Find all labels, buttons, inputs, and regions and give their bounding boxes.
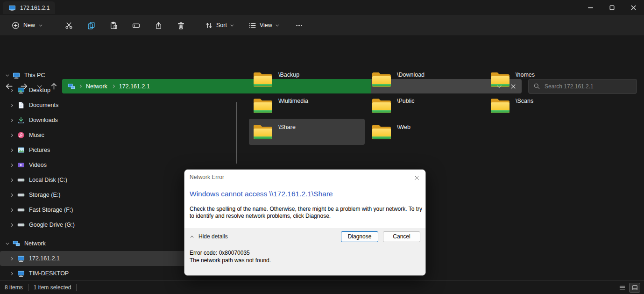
maximize-button[interactable] bbox=[601, 0, 623, 15]
chevron-right-icon bbox=[9, 193, 13, 196]
cut-button[interactable] bbox=[59, 18, 78, 33]
chevron-right-icon bbox=[9, 103, 13, 107]
large-icons-view-button[interactable] bbox=[629, 283, 640, 293]
paste-button[interactable] bbox=[104, 18, 123, 33]
maximize-icon bbox=[608, 4, 616, 12]
breadcrumb-network[interactable]: Network bbox=[85, 82, 108, 91]
expand-toggle[interactable] bbox=[8, 149, 14, 151]
address-bar-controls bbox=[491, 79, 521, 93]
chevron-right-icon bbox=[9, 88, 13, 92]
hide-details-toggle[interactable]: Hide details bbox=[190, 232, 230, 241]
chevron-right-icon bbox=[9, 223, 13, 226]
chevron-right-icon bbox=[9, 272, 13, 275]
status-divider bbox=[28, 284, 28, 291]
expand-toggle[interactable] bbox=[8, 134, 14, 136]
command-bar: New Sort View bbox=[0, 15, 644, 36]
error-message-text: The network path was not found. bbox=[190, 257, 420, 265]
dialog-title: Network Error bbox=[190, 174, 224, 180]
dialog-buttons: Diagnose Cancel bbox=[341, 231, 420, 242]
address-bar[interactable]: Network 172.161.2.1 bbox=[62, 79, 522, 93]
expand-toggle[interactable] bbox=[8, 179, 14, 181]
folder-tile-share[interactable]: \Share bbox=[249, 119, 365, 145]
expand-toggle[interactable] bbox=[8, 89, 14, 92]
share-button[interactable] bbox=[149, 18, 168, 33]
network-location-icon bbox=[68, 83, 75, 90]
drive-icon bbox=[17, 206, 25, 214]
cancel-button[interactable]: Cancel bbox=[383, 231, 420, 242]
breadcrumb: Network 172.161.2.1 bbox=[62, 79, 522, 93]
dialog-footer: Hide details Diagnose Cancel bbox=[184, 228, 425, 245]
hide-details-label: Hide details bbox=[198, 233, 228, 240]
dialog-close-button[interactable] bbox=[412, 173, 421, 182]
expand-toggle[interactable] bbox=[8, 258, 14, 260]
sidebar-scrollbar[interactable] bbox=[236, 102, 237, 164]
chevron-right-icon bbox=[9, 148, 13, 151]
sidebar-item-documents[interactable]: Documents bbox=[0, 98, 237, 113]
folder-tile-multimedia[interactable]: \Multimedia bbox=[249, 93, 365, 119]
expand-toggle[interactable] bbox=[8, 119, 14, 122]
folder-icon bbox=[371, 97, 392, 115]
explorer-tab[interactable]: 172.161.2.1 bbox=[3, 1, 55, 14]
music-icon bbox=[17, 131, 25, 139]
chevron-down-icon bbox=[496, 83, 501, 88]
cut-icon bbox=[65, 22, 73, 29]
close-button[interactable] bbox=[623, 0, 644, 15]
folder-icon bbox=[253, 123, 273, 141]
expand-toggle[interactable] bbox=[8, 272, 14, 275]
folder-icon bbox=[371, 123, 392, 141]
chevron-down-icon bbox=[39, 23, 42, 26]
chevron-right-icon bbox=[9, 163, 13, 166]
expand-toggle[interactable] bbox=[3, 243, 10, 245]
sort-label: Sort bbox=[216, 22, 227, 29]
expand-toggle[interactable] bbox=[3, 74, 10, 77]
diagnose-button[interactable]: Diagnose bbox=[341, 231, 378, 242]
network-icon bbox=[13, 240, 20, 247]
close-icon bbox=[414, 175, 420, 181]
details-view-button[interactable] bbox=[616, 283, 628, 293]
expand-toggle[interactable] bbox=[8, 164, 14, 166]
copy-button[interactable] bbox=[82, 18, 100, 33]
new-button[interactable]: New bbox=[7, 18, 46, 33]
sidebar-item-downloads[interactable]: Downloads bbox=[0, 113, 237, 128]
error-code-text: Error code: 0x80070035 bbox=[190, 250, 420, 257]
view-label: View bbox=[260, 22, 272, 29]
chevron-right-icon bbox=[9, 118, 13, 122]
new-label: New bbox=[23, 22, 35, 29]
breadcrumb-host[interactable]: 172.161.2.1 bbox=[118, 82, 151, 91]
chevron-down-icon bbox=[230, 23, 234, 26]
folder-tile-public[interactable]: \Public bbox=[368, 93, 483, 119]
address-dropdown-button[interactable] bbox=[491, 80, 506, 93]
rename-button[interactable] bbox=[127, 18, 145, 33]
drive-icon bbox=[17, 221, 25, 229]
minimize-button[interactable] bbox=[580, 0, 601, 15]
expand-toggle[interactable] bbox=[8, 224, 14, 226]
sidebar-item-pictures[interactable]: Pictures bbox=[0, 143, 237, 158]
item-count: 8 items bbox=[5, 284, 23, 291]
dialog-error-details: Error code: 0x80070035 The network path … bbox=[184, 245, 425, 269]
view-button[interactable]: View bbox=[244, 18, 283, 33]
status-bar: 8 items 1 item selected bbox=[0, 280, 644, 294]
chevron-right-icon bbox=[9, 133, 13, 136]
expand-toggle[interactable] bbox=[8, 104, 14, 107]
delete-icon bbox=[177, 22, 185, 29]
document-icon bbox=[17, 101, 25, 109]
folder-tile-web[interactable]: \Web bbox=[368, 119, 483, 145]
chevron-right-icon bbox=[112, 85, 115, 88]
navigation-bar: Network 172.161.2.1 bbox=[0, 36, 644, 65]
chevron-down-icon bbox=[6, 73, 9, 76]
sort-button[interactable]: Sort bbox=[200, 18, 237, 33]
stop-refresh-button[interactable] bbox=[506, 80, 521, 93]
expand-toggle[interactable] bbox=[8, 209, 14, 211]
computer-icon bbox=[17, 270, 25, 277]
selected-count: 1 item selected bbox=[34, 284, 71, 291]
drive-icon bbox=[17, 191, 25, 199]
chevron-right-icon bbox=[78, 85, 82, 88]
chevron-right-icon bbox=[9, 208, 13, 211]
sidebar-item-music[interactable]: Music bbox=[0, 128, 237, 143]
delete-button[interactable] bbox=[171, 18, 190, 33]
more-options-button[interactable] bbox=[290, 18, 309, 33]
download-icon bbox=[17, 116, 25, 124]
computer-icon bbox=[8, 4, 16, 12]
folder-tile-scans[interactable]: \Scans bbox=[486, 93, 602, 119]
expand-toggle[interactable] bbox=[8, 194, 14, 196]
